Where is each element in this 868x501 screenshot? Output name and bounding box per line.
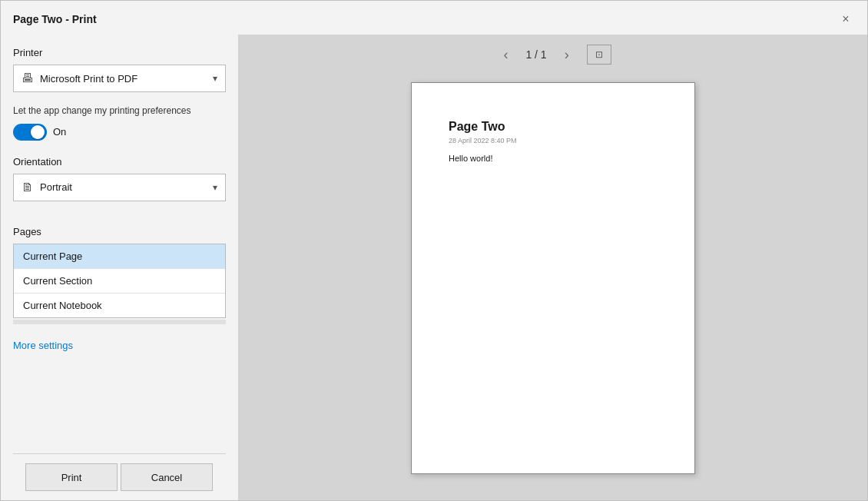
dialog-title: Page Two - Print: [13, 13, 97, 25]
right-panel: ‹ 1 / 1 › ⊡ Page Two 28 April 2022 8:40 …: [239, 35, 867, 500]
pages-list-item-current-section[interactable]: Current Section: [14, 269, 225, 294]
pages-section: Pages Current Page Current Section Curre…: [13, 226, 226, 324]
orientation-section: Orientation 🗎 Portrait ▾: [13, 156, 226, 214]
app-change-label: Let the app change my printing preferenc…: [13, 105, 226, 118]
toggle-container: On: [13, 124, 226, 141]
pages-list: Current Page Current Section Current Not…: [13, 244, 226, 318]
pages-scrollbar: [13, 320, 226, 324]
page-counter: 1 / 1: [525, 48, 546, 61]
cancel-button[interactable]: Cancel: [121, 463, 213, 491]
pages-list-item-current-notebook[interactable]: Current Notebook: [14, 294, 225, 317]
preview-toolbar: ‹ 1 / 1 › ⊡: [495, 35, 611, 75]
dialog-body: Printer 🖶 Microsoft Print to PDF ▾ Let t…: [1, 35, 867, 500]
preview-area: Page Two 28 April 2022 8:40 PM Hello wor…: [239, 75, 867, 500]
printer-dropdown-value: Microsoft Print to PDF: [40, 73, 213, 85]
printer-dropdown-arrow: ▾: [213, 73, 217, 84]
printer-label: Printer: [13, 47, 226, 58]
close-button[interactable]: ×: [837, 10, 855, 28]
app-change-section: Let the app change my printing preferenc…: [13, 105, 226, 156]
pages-label: Pages: [13, 226, 226, 237]
printer-dropdown[interactable]: 🖶 Microsoft Print to PDF ▾: [13, 65, 226, 92]
title-bar: Page Two - Print ×: [1, 1, 867, 35]
preview-page-title: Page Two: [449, 120, 658, 134]
orientation-dropdown-value: Portrait: [40, 181, 213, 193]
toggle-on-label: On: [53, 126, 66, 138]
printer-section: Printer 🖶 Microsoft Print to PDF ▾: [13, 47, 226, 105]
print-button[interactable]: Print: [25, 463, 118, 491]
more-settings-link[interactable]: More settings: [13, 340, 226, 351]
printer-icon: 🖶: [22, 71, 34, 85]
next-page-button[interactable]: ›: [556, 44, 578, 65]
toggle-knob: [31, 125, 45, 139]
prev-page-button[interactable]: ‹: [495, 44, 516, 65]
page-icon: 🗎: [22, 181, 34, 194]
print-dialog: Page Two - Print × Printer 🖶 Microsoft P…: [0, 0, 868, 501]
printing-preferences-toggle[interactable]: [13, 124, 47, 141]
orientation-dropdown[interactable]: 🗎 Portrait ▾: [13, 174, 226, 201]
preview-page-content: Hello world!: [449, 154, 658, 163]
left-panel: Printer 🖶 Microsoft Print to PDF ▾ Let t…: [1, 35, 239, 500]
orientation-label: Orientation: [13, 156, 226, 168]
spacer: [13, 351, 226, 453]
pages-list-item-current-page[interactable]: Current Page: [14, 244, 225, 269]
fit-to-page-button[interactable]: ⊡: [587, 45, 611, 65]
preview-page-meta: 28 April 2022 8:40 PM: [449, 137, 658, 144]
orientation-dropdown-arrow: ▾: [213, 182, 217, 193]
bottom-buttons: Print Cancel: [13, 453, 226, 500]
preview-page: Page Two 28 April 2022 8:40 PM Hello wor…: [411, 82, 695, 474]
